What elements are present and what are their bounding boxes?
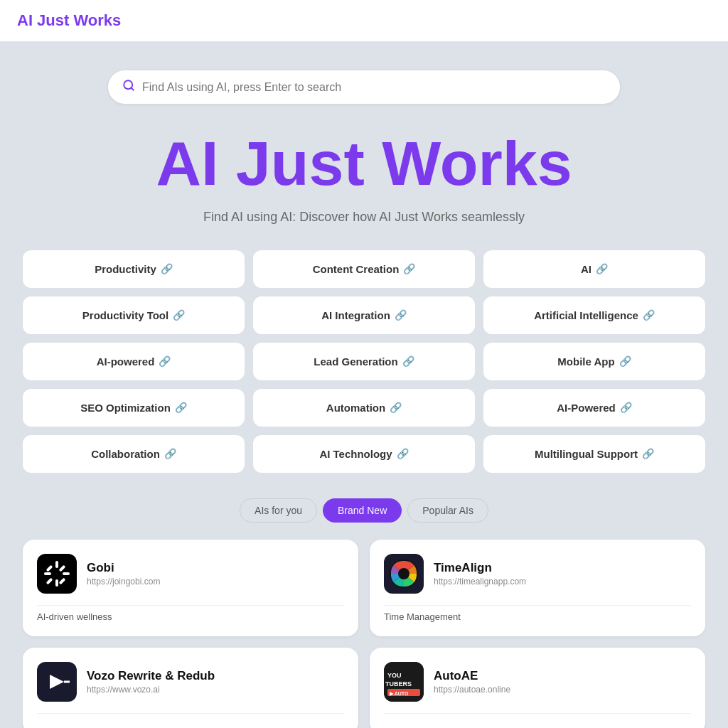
ai-cards-grid: Gobi https://joingobi.com AI-driven well…	[23, 540, 705, 728]
link-icon: 🔗	[159, 355, 171, 367]
category-label: SEO Optimization	[80, 402, 171, 414]
card-info: Vozo Rewrite & Redub https://www.vozo.ai	[87, 669, 215, 695]
card-name: Gobi	[87, 561, 160, 575]
category-productivity[interactable]: Productivity 🔗	[23, 250, 245, 288]
card-tag: Time Management	[384, 605, 691, 622]
category-label: Collaboration	[91, 448, 160, 460]
category-label: AI-powered	[97, 355, 155, 368]
svg-rect-2	[55, 561, 58, 568]
category-mobile-app[interactable]: Mobile App 🔗	[483, 343, 705, 380]
link-icon: 🔗	[643, 309, 655, 321]
card-tag	[37, 713, 344, 719]
main-content: AI Just Works Find AI using AI: Discover…	[0, 42, 728, 728]
card-url: https://joingobi.com	[87, 577, 160, 587]
link-icon: 🔗	[596, 263, 608, 274]
svg-rect-6	[46, 564, 53, 572]
svg-rect-8	[46, 577, 53, 584]
card-info: TimeAlign https://timealignapp.com	[434, 561, 526, 587]
category-productivity-tool[interactable]: Productivity Tool 🔗	[23, 296, 245, 334]
tab-brand-new[interactable]: Brand New	[323, 498, 402, 523]
card-info: AutoAE https://autoae.online	[434, 669, 510, 695]
svg-line-1	[131, 87, 133, 90]
card-name: TimeAlign	[434, 561, 526, 575]
hero-section: AI Just Works Find AI using AI: Discover…	[14, 129, 714, 225]
category-label: Productivity	[95, 263, 156, 275]
svg-text:▶ AUTO: ▶ AUTO	[390, 691, 409, 696]
card-header: Vozo Rewrite & Redub https://www.vozo.ai	[37, 662, 344, 702]
search-section	[14, 70, 714, 104]
category-content-creation[interactable]: Content Creation 🔗	[253, 250, 475, 288]
category-label: Multilingual Support	[535, 448, 638, 460]
tab-popular[interactable]: Popular AIs	[407, 498, 488, 523]
category-label: Productivity Tool	[82, 309, 168, 321]
link-icon: 🔗	[397, 448, 409, 459]
card-logo-timealign	[384, 554, 424, 594]
site-header: AI Just Works	[0, 0, 728, 42]
search-bar	[108, 70, 620, 104]
card-logo-autoae: YOU TUBERS ▶ AUTO	[384, 662, 424, 702]
category-grid: Productivity 🔗 Content Creation 🔗 AI 🔗 P…	[23, 250, 705, 473]
ai-card-gobi[interactable]: Gobi https://joingobi.com AI-driven well…	[23, 540, 358, 636]
category-label: AI	[581, 263, 592, 275]
link-icon: 🔗	[161, 263, 173, 274]
svg-rect-5	[63, 572, 70, 575]
category-artificial-intelligence[interactable]: Artificial Intelligence 🔗	[483, 296, 705, 334]
svg-point-11	[398, 568, 410, 579]
link-icon: 🔗	[619, 355, 631, 367]
card-tag: AI-driven wellness	[37, 605, 344, 622]
search-icon	[122, 79, 135, 95]
svg-rect-3	[55, 579, 58, 587]
card-url: https://www.vozo.ai	[87, 685, 215, 695]
card-header: Gobi https://joingobi.com	[37, 554, 344, 594]
link-icon: 🔗	[390, 402, 402, 413]
site-logo[interactable]: AI Just Works	[17, 11, 121, 29]
category-label: Automation	[326, 402, 385, 414]
ai-card-timealign[interactable]: TimeAlign https://timealignapp.com Time …	[370, 540, 705, 636]
category-lead-generation[interactable]: Lead Generation 🔗	[253, 343, 475, 380]
card-name: Vozo Rewrite & Redub	[87, 669, 215, 683]
card-header: TimeAlign https://timealignapp.com	[384, 554, 691, 594]
filter-tabs: AIs for you Brand New Popular AIs	[14, 498, 714, 523]
category-ai-technology[interactable]: AI Technology 🔗	[253, 435, 475, 473]
ai-card-autoae[interactable]: YOU TUBERS ▶ AUTO AutoAE https://autoae.…	[370, 648, 705, 728]
card-tag	[384, 713, 691, 719]
svg-rect-4	[44, 572, 51, 575]
link-icon: 🔗	[173, 309, 185, 321]
link-icon: 🔗	[175, 402, 187, 413]
card-name: AutoAE	[434, 669, 510, 683]
svg-text:TUBERS: TUBERS	[385, 680, 412, 687]
category-label: Lead Generation	[314, 355, 397, 368]
card-header: YOU TUBERS ▶ AUTO AutoAE https://autoae.…	[384, 662, 691, 702]
category-ai-integration[interactable]: AI Integration 🔗	[253, 296, 475, 334]
link-icon: 🔗	[395, 309, 407, 321]
category-label: AI-Powered	[557, 402, 616, 414]
category-collaboration[interactable]: Collaboration 🔗	[23, 435, 245, 473]
search-input[interactable]	[142, 81, 606, 94]
link-icon: 🔗	[164, 448, 176, 459]
card-logo-gobi	[37, 554, 77, 594]
link-icon: 🔗	[642, 448, 654, 459]
tab-for-you[interactable]: AIs for you	[240, 498, 317, 523]
link-icon: 🔗	[620, 402, 632, 413]
svg-text:YOU: YOU	[387, 672, 402, 679]
hero-subtitle: Find AI using AI: Discover how AI Just W…	[14, 210, 714, 225]
category-label: Mobile App	[557, 355, 614, 368]
hero-title: AI Just Works	[14, 129, 714, 198]
category-label: Artificial Intelligence	[534, 309, 638, 321]
link-icon: 🔗	[403, 263, 415, 274]
category-ai[interactable]: AI 🔗	[483, 250, 705, 288]
category-label: Content Creation	[313, 263, 400, 275]
card-url: https://timealignapp.com	[434, 577, 526, 587]
category-seo-optimization[interactable]: SEO Optimization 🔗	[23, 389, 245, 427]
category-ai-powered[interactable]: AI-powered 🔗	[23, 343, 245, 380]
card-url: https://autoae.online	[434, 685, 510, 695]
svg-rect-9	[59, 577, 66, 584]
category-label: AI Integration	[321, 309, 390, 321]
category-multilingual-support[interactable]: Multilingual Support 🔗	[483, 435, 705, 473]
card-logo-vozo	[37, 662, 77, 702]
link-icon: 🔗	[402, 355, 414, 367]
category-label: AI Technology	[319, 448, 392, 460]
ai-card-vozo[interactable]: Vozo Rewrite & Redub https://www.vozo.ai	[23, 648, 358, 728]
category-automation[interactable]: Automation 🔗	[253, 389, 475, 427]
category-ai-powered-2[interactable]: AI-Powered 🔗	[483, 389, 705, 427]
